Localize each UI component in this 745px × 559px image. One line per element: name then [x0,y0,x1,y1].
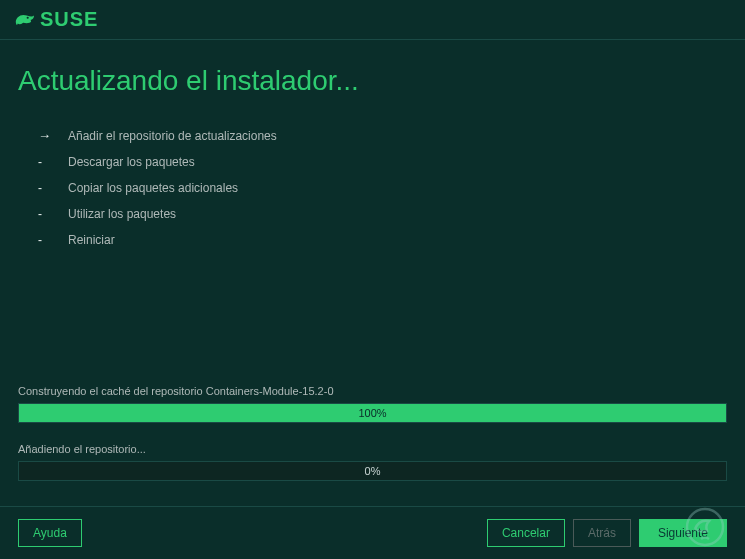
right-button-group: Cancelar Atrás Siguiente [487,519,727,547]
progress2-bar: 0% [18,461,727,481]
progress2-percent: 0% [19,462,726,480]
step-item: - Copiar los paquetes adicionales [38,175,727,201]
step-list: → Añadir el repositorio de actualizacion… [38,122,727,253]
step-item: - Reiniciar [38,227,727,253]
step-marker-icon: - [38,155,68,169]
header: SUSE [0,0,745,40]
step-item: - Descargar los paquetes [38,149,727,175]
step-label: Utilizar los paquetes [68,207,176,221]
brand-logo: SUSE [14,8,98,31]
progress1-bar: 100% [18,403,727,423]
cancel-button[interactable]: Cancelar [487,519,565,547]
chameleon-icon [14,11,36,29]
footer: Ayuda Cancelar Atrás Siguiente [0,506,745,559]
svg-point-0 [27,16,29,18]
help-button[interactable]: Ayuda [18,519,82,547]
back-button: Atrás [573,519,631,547]
page-title: Actualizando el instalador... [18,65,727,97]
step-item: → Añadir el repositorio de actualizacion… [38,122,727,149]
main-content: Actualizando el instalador... → Añadir e… [0,40,745,253]
step-label: Añadir el repositorio de actualizaciones [68,129,277,143]
step-marker-icon: - [38,207,68,221]
progress1-percent: 100% [19,404,726,422]
step-item: - Utilizar los paquetes [38,201,727,227]
step-label: Descargar los paquetes [68,155,195,169]
brand-text: SUSE [40,8,98,31]
progress-area: Construyendo el caché del repositorio Co… [18,385,727,501]
step-marker-icon: - [38,233,68,247]
step-label: Copiar los paquetes adicionales [68,181,238,195]
step-marker-icon: - [38,181,68,195]
step-marker-icon: → [38,128,68,143]
progress1-label: Construyendo el caché del repositorio Co… [18,385,727,397]
progress2-label: Añadiendo el repositorio... [18,443,727,455]
next-button[interactable]: Siguiente [639,519,727,547]
step-label: Reiniciar [68,233,115,247]
